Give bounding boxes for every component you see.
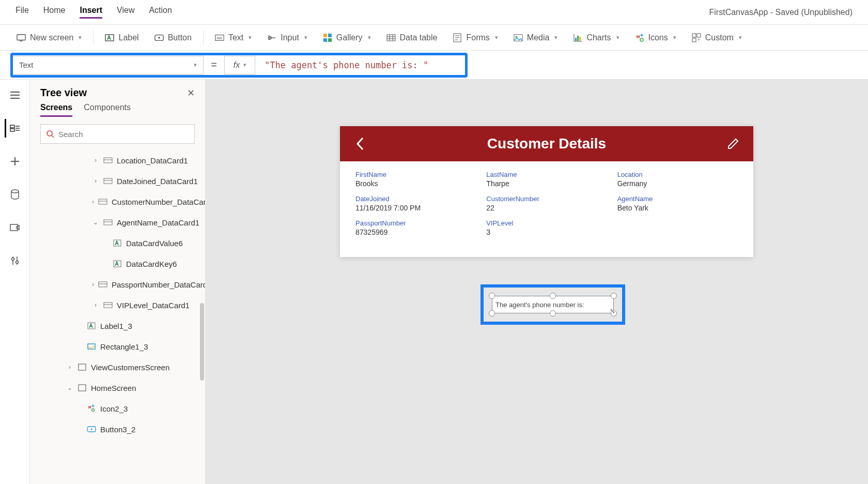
field-label: FirstName — [355, 171, 476, 178]
resize-handle[interactable] — [550, 293, 556, 299]
field-value: Beto Yark — [617, 204, 738, 212]
ribbon-custom[interactable]: + Custom ▾ — [686, 30, 748, 46]
ribbon-gallery[interactable]: Gallery ▾ — [317, 30, 377, 46]
rail-media[interactable] — [6, 218, 24, 237]
scrollbar[interactable] — [200, 303, 204, 381]
ribbon-icons[interactable]: Icons ▾ — [629, 30, 683, 46]
tree-view-panel: Tree view ✕ Screens Components ›Location… — [30, 80, 206, 484]
svg-text:+: + — [698, 37, 700, 42]
table-icon — [386, 33, 396, 42]
ribbon-label[interactable]: Label — [99, 30, 145, 46]
datacard-icon — [103, 219, 113, 226]
ribbon-charts-label: Charts — [586, 33, 611, 42]
resize-handle[interactable] — [611, 293, 617, 299]
ribbon-data-table[interactable]: Data table — [380, 30, 444, 46]
resize-handle[interactable] — [489, 293, 495, 299]
tree-node-viewcustomers[interactable]: ›ViewCustomersScreen — [30, 357, 205, 377]
svg-rect-24 — [514, 34, 522, 41]
tree-node-label: ViewCustomersScreen — [91, 363, 169, 372]
svg-point-73 — [91, 429, 92, 430]
menu-action[interactable]: Action — [149, 6, 172, 19]
button-icon — [87, 426, 96, 433]
ribbon-input-label: Input — [281, 33, 299, 42]
tree-node-label1-3[interactable]: Label1_3 — [30, 315, 205, 336]
svg-rect-0 — [17, 34, 25, 40]
datacard-icon — [98, 198, 107, 205]
menubar-items: File Home Insert View Action — [16, 6, 172, 19]
svg-rect-68 — [79, 385, 86, 391]
search-input[interactable] — [58, 130, 189, 139]
text-icon: Abc — [215, 33, 224, 42]
tree-node-button3-2[interactable]: Button3_2 — [30, 419, 205, 440]
ribbon-charts[interactable]: Charts ▾ — [567, 30, 625, 46]
svg-rect-57 — [104, 220, 112, 225]
tree-node-rectangle1-3[interactable]: Rectangle1_3 — [30, 336, 205, 357]
resize-handle[interactable] — [550, 310, 556, 316]
menu-home[interactable]: Home — [43, 6, 66, 19]
custom-icon: + — [692, 33, 701, 42]
svg-rect-35 — [697, 34, 701, 37]
field-value: 22 — [486, 204, 607, 212]
ribbon-button[interactable]: Button — [148, 30, 198, 46]
rail-hamburger[interactable] — [6, 86, 24, 104]
rectangle-icon — [87, 343, 96, 350]
close-icon[interactable]: ✕ — [187, 87, 195, 99]
formula-input[interactable] — [258, 56, 864, 74]
tree-node-label: DataCardKey6 — [126, 260, 177, 268]
ribbon-text[interactable]: Abc Text ▾ — [209, 30, 258, 46]
ribbon-media[interactable]: Media ▾ — [507, 30, 564, 46]
fx-button[interactable]: fx ▾ — [224, 56, 255, 74]
field-firstname: FirstNameBrooks — [355, 171, 476, 188]
field-passportnumber: PassportNumber87325969 — [355, 219, 476, 236]
edit-button[interactable] — [725, 136, 741, 152]
label-icon — [105, 33, 114, 42]
property-name: Text — [19, 61, 34, 69]
selected-label-control[interactable]: The agent's phone number is: ⤡ — [492, 296, 614, 313]
menu-insert[interactable]: Insert — [80, 6, 102, 19]
svg-rect-14 — [328, 38, 332, 42]
chevron-right-icon: › — [66, 364, 73, 371]
chevron-down-icon: ▾ — [243, 62, 246, 68]
rail-tree-view[interactable] — [5, 119, 23, 138]
tree-node-datacardkey6[interactable]: DataCardKey6 — [30, 253, 205, 274]
rail-advanced[interactable] — [6, 251, 24, 270]
svg-rect-12 — [328, 34, 332, 37]
svg-rect-36 — [692, 38, 696, 42]
property-selector[interactable]: Text ▾ — [12, 56, 204, 74]
tree-node-icon2-3[interactable]: Icon2_3 — [30, 398, 205, 419]
rail-insert[interactable] — [6, 152, 24, 171]
tree-search[interactable] — [40, 124, 195, 144]
chevron-right-icon: › — [92, 301, 99, 309]
tree-node-datacardvalue6[interactable]: DataCardValue6 — [30, 233, 205, 253]
rail-data[interactable] — [6, 185, 24, 204]
tree-node-customernumber[interactable]: ›CustomerNumber_DataCard1 — [30, 191, 205, 212]
menu-view[interactable]: View — [117, 6, 134, 19]
tree-node-datejoined[interactable]: ›DateJoined_DataCard1 — [30, 171, 205, 191]
datacard-icon — [103, 157, 113, 164]
canvas-area[interactable]: Customer Details FirstNameBrooks LastNam… — [206, 80, 868, 484]
back-button[interactable] — [352, 136, 368, 152]
tree-node-agentname[interactable]: ⌄AgentName_DataCard1 — [30, 212, 205, 233]
tree-node-homescreen[interactable]: ⌄HomeScreen — [30, 377, 205, 398]
svg-rect-51 — [104, 158, 112, 163]
tree-node-passportnumber[interactable]: ›PassportNumber_DataCard1 — [30, 274, 205, 295]
app-header: Customer Details — [340, 126, 753, 161]
svg-rect-30 — [579, 37, 581, 41]
field-lastname: LastNameTharpe — [486, 171, 607, 188]
tab-screens[interactable]: Screens — [40, 103, 72, 117]
ribbon-new-screen-label: New screen — [30, 33, 73, 42]
menu-file[interactable]: File — [16, 6, 29, 19]
tree-node-label: Location_DataCard1 — [117, 156, 188, 165]
field-customernumber: CustomerNumber22 — [486, 195, 607, 212]
datacard-icon — [103, 177, 113, 185]
ribbon-input[interactable]: Input ▾ — [261, 30, 314, 46]
ribbon-new-screen[interactable]: New screen ▾ — [10, 30, 88, 46]
tab-components[interactable]: Components — [84, 103, 131, 117]
ribbon-forms[interactable]: Forms ▾ — [446, 30, 504, 46]
resize-handle[interactable] — [489, 310, 495, 316]
tree-node-location[interactable]: ›Location_DataCard1 — [30, 150, 205, 171]
svg-rect-53 — [104, 178, 112, 184]
tree-node-viplevel[interactable]: ›VIPLevel_DataCard1 — [30, 295, 205, 315]
ribbon-gallery-label: Gallery — [336, 33, 363, 42]
field-value: 87325969 — [355, 228, 476, 236]
